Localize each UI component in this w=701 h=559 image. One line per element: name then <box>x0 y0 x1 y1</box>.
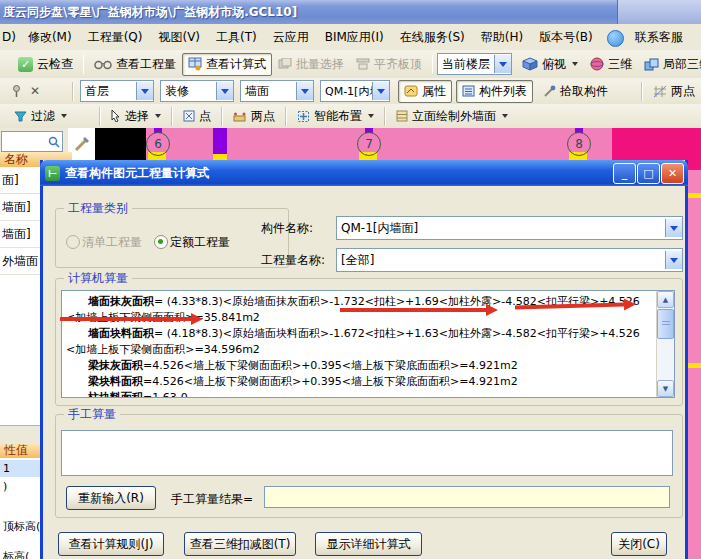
chevron-down-icon <box>61 114 67 121</box>
quota-quantity-radio[interactable] <box>154 235 168 249</box>
component-list-button[interactable]: 构件列表 <box>456 80 533 103</box>
annotation-arrow <box>340 308 486 312</box>
menu-item-online-service[interactable]: 在线服务(S) <box>392 26 473 49</box>
quantity-name-label: 工程量名称: <box>261 252 325 269</box>
menu-item-partial[interactable]: D) <box>0 27 20 47</box>
pick-component-button[interactable]: 拾取构件 <box>537 80 614 103</box>
dropper-icon <box>543 85 556 98</box>
quota-quantity-label: 定额工程量 <box>170 234 230 251</box>
view-quantity-button[interactable]: 查看工程量 <box>88 53 182 76</box>
search-input[interactable] <box>1 131 63 152</box>
elevation-draw-button[interactable]: 立面绘制外墙面 <box>390 105 514 128</box>
chevron-down-icon <box>155 114 161 121</box>
calc-line: 墙面块料面积= (4.18*8.3)<原始墙面块料面积>-1.672<扣柱>+1… <box>66 326 652 342</box>
dialog-titlebar[interactable]: ⊢ 查看构件图元工程量计算式 _ □ ✕ <box>40 160 688 186</box>
combo-dropdown-button[interactable] <box>136 82 153 100</box>
toolbar-separator <box>285 107 287 126</box>
two-point-button-right[interactable]: 两点 <box>647 80 701 103</box>
yellow-dash <box>688 193 701 198</box>
menu-item-version[interactable]: 版本号(B) <box>531 26 601 49</box>
chevron-down-icon <box>368 114 374 121</box>
smart-layout-button[interactable]: 智能布置 <box>291 105 380 128</box>
quantity-name-combo[interactable]: [全部] <box>336 248 683 272</box>
close-icon[interactable]: ✕ <box>661 163 684 184</box>
smart-layout-icon <box>297 110 310 123</box>
menu-item-help[interactable]: 帮助(H) <box>473 26 531 49</box>
combo-dropdown-button[interactable] <box>296 82 313 100</box>
two-point-icon <box>233 111 247 122</box>
point-button[interactable]: 点 <box>177 105 217 128</box>
dialog-title: 查看构件图元工程量计算式 <box>65 165 209 182</box>
cursor-icon <box>111 110 121 122</box>
combo-dropdown-button[interactable] <box>665 219 682 237</box>
titlebar-right-panel <box>617 0 701 24</box>
column-purple <box>213 128 227 154</box>
top-view-button[interactable]: 俯视 <box>516 53 584 76</box>
list-quantity-label: 清单工程量 <box>82 234 142 251</box>
close-button[interactable]: 关闭(C) <box>611 532 667 556</box>
scroll-down-button[interactable]: ▼ <box>657 380 674 397</box>
combo-dropdown-button[interactable] <box>372 82 389 100</box>
menu-item-quantity[interactable]: 工程量(Q) <box>80 26 151 49</box>
toolbar-separator <box>221 107 223 126</box>
manual-calc-textarea[interactable] <box>61 430 673 476</box>
chevron-down-icon <box>572 62 578 69</box>
axis-bubble-6: 6 <box>146 132 170 156</box>
filter-button[interactable]: 过滤 <box>8 105 73 128</box>
menu-item-modify[interactable]: 修改(M) <box>20 26 80 49</box>
partial-cube-icon <box>644 58 659 71</box>
show-detail-button[interactable]: 显示详细计算式 <box>315 532 422 556</box>
vertical-scrollbar[interactable]: ▲ ▼ <box>656 291 674 397</box>
partial-3d-button[interactable]: 局部三维 <box>638 53 701 76</box>
combo-dropdown-button[interactable] <box>494 55 511 73</box>
two-point-button[interactable]: 两点 <box>227 105 281 128</box>
floor-combo[interactable]: 首层 <box>80 80 154 102</box>
grid-axes-icon <box>653 85 667 98</box>
cloud-check-button[interactable]: ✓ 云检查 <box>12 53 79 76</box>
drawing-canvas[interactable]: 6 7 8 <box>0 128 701 160</box>
menu-item-tools[interactable]: 工具(T) <box>208 26 265 49</box>
menu-item-bim-app[interactable]: BIM应用(I) <box>317 26 392 49</box>
maximize-button[interactable]: □ <box>637 163 660 184</box>
batch-select-button: 批量选择 <box>272 53 350 76</box>
toolbar-draw: 过滤 选择 点 两点 <box>0 104 701 129</box>
quantity-type-group: 工程量类别 清单工程量 定额工程量 <box>55 208 289 268</box>
current-floor-combo[interactable]: 当前楼层 <box>437 53 512 75</box>
reinput-button[interactable]: 重新输入(R) <box>66 486 156 510</box>
canvas-magenta-edge <box>688 160 701 170</box>
type-combo[interactable]: 墙面 <box>240 80 314 102</box>
panel-close-icon[interactable]: ✕ <box>30 84 40 98</box>
menu-item-cloud-app[interactable]: 云应用 <box>265 26 317 49</box>
yellow-dash <box>688 363 701 368</box>
pin-icon[interactable] <box>12 85 21 97</box>
menu-item-contact-service[interactable]: 联系客服 <box>627 26 691 49</box>
chevron-down-icon <box>502 114 508 121</box>
scroll-up-button[interactable]: ▲ <box>657 291 674 308</box>
three-d-button[interactable]: 三维 <box>584 53 638 76</box>
manual-result-field[interactable] <box>264 486 670 508</box>
view-formula-button[interactable]: 查看计算式 <box>182 53 272 76</box>
view-3d-deduction-button[interactable]: 查看三维扣减图(T) <box>184 532 296 556</box>
manual-result-label: 手工算量结果= <box>171 491 253 508</box>
combo-dropdown-button[interactable] <box>216 82 233 100</box>
canvas-right-strip <box>688 160 701 559</box>
toolbar-navigation: ✕ 首层 装修 墙面 QM-1[内墙 属性 构件列 <box>0 78 701 105</box>
application-window: 度云同步盘\零星\广益钢材市场\广益钢材市场.GCL10] D) 修改(M) 工… <box>0 0 701 559</box>
minimize-button[interactable]: _ <box>613 163 636 184</box>
component-name-combo[interactable]: QM-1[内墙面] <box>336 216 683 240</box>
component-combo[interactable]: QM-1[内墙 <box>320 80 390 102</box>
window-title: 度云同步盘\零星\广益钢材市场\广益钢材市场.GCL10] <box>0 4 297 21</box>
select-button[interactable]: 选择 <box>105 105 167 128</box>
category-combo[interactable]: 装修 <box>160 80 234 102</box>
check-icon: ✓ <box>18 57 33 72</box>
brush-icon[interactable] <box>74 134 92 152</box>
view-rules-button[interactable]: 查看计算规则(J) <box>58 532 164 556</box>
scroll-thumb[interactable] <box>657 309 674 339</box>
cube-icon <box>522 57 538 71</box>
list-icon <box>462 85 475 97</box>
combo-dropdown-button[interactable] <box>665 251 682 269</box>
quantity-formula-dialog: ⊢ 查看构件图元工程量计算式 _ □ ✕ 工程量类别 清单工程量 定额工程量 构… <box>40 160 688 559</box>
toolbar-separator <box>384 107 386 126</box>
menu-item-view[interactable]: 视图(V) <box>150 26 208 49</box>
properties-button[interactable]: 属性 <box>398 80 452 103</box>
